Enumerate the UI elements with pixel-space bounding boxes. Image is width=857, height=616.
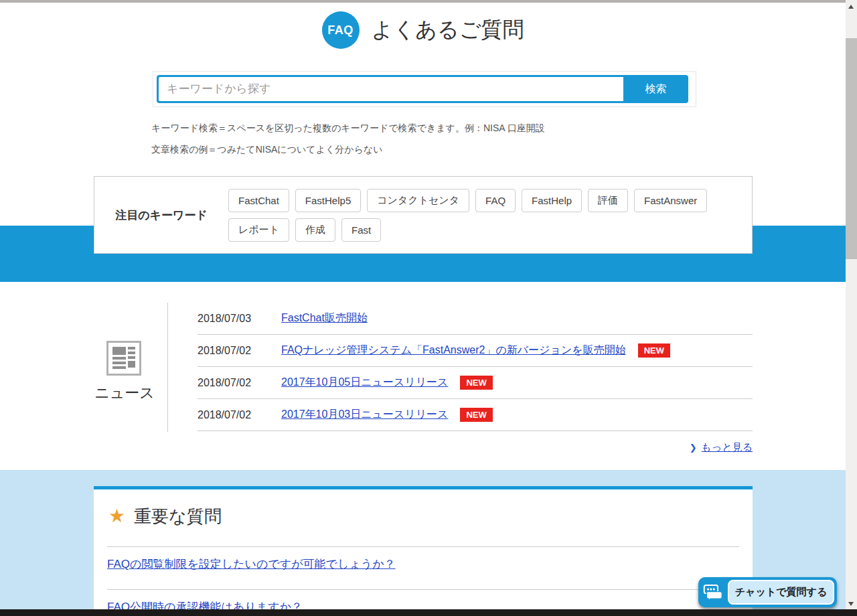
news-divider xyxy=(167,303,168,432)
search-hint-sentence: 文章検索の例＝つみたてNISAについてよく分からない xyxy=(151,144,383,156)
keyword-button-list: FastChat FastHelp5 コンタクトセンタ FAQ FastHelp… xyxy=(228,177,752,253)
search-hint-keyword: キーワード検索＝スペースを区切った複数のキーワードで検索できます。例：NISA … xyxy=(151,123,545,135)
scroll-up-icon[interactable] xyxy=(848,5,854,9)
page-header: FAQ よくあるご質問 xyxy=(0,11,846,49)
faq-badge-icon: FAQ xyxy=(322,11,360,49)
important-questions-header: ★ 重要な質問 xyxy=(108,504,753,529)
newspaper-icon xyxy=(106,341,141,376)
news-more-link[interactable]: ❯ もっと見る xyxy=(686,441,753,454)
news-more-label: もっと見る xyxy=(702,441,753,454)
news-date: 2018/07/03 xyxy=(198,313,281,325)
new-badge: NEW xyxy=(638,343,670,358)
news-row: 2018/07/02 2017年10月05日ニュースリリース NEW xyxy=(198,367,753,399)
keyword-button[interactable]: FastHelp xyxy=(522,189,582,212)
news-link[interactable]: FAQナレッジ管理システム「FastAnswer2」の新バージョンを販売開始 xyxy=(281,343,626,358)
keyword-button[interactable]: 評価 xyxy=(588,189,628,212)
scrollbar-thumb[interactable] xyxy=(846,38,857,259)
search-button[interactable]: 検索 xyxy=(623,75,688,103)
chevron-right-icon: ❯ xyxy=(690,443,697,453)
scroll-down-icon[interactable] xyxy=(848,602,854,606)
news-row: 2018/07/02 FAQナレッジ管理システム「FastAnswer2」の新バ… xyxy=(198,335,753,367)
question-divider xyxy=(107,589,739,590)
search-bar: 検索 xyxy=(157,75,688,103)
scrollbar xyxy=(846,0,857,616)
top-divider xyxy=(0,0,857,3)
bottom-dark-strip xyxy=(0,609,857,616)
search-input[interactable] xyxy=(159,77,623,101)
news-section-label: ニュース xyxy=(94,383,155,403)
star-icon: ★ xyxy=(108,507,125,526)
keyword-button[interactable]: コンタクトセンタ xyxy=(367,189,469,212)
news-link[interactable]: 2017年10月03日ニュースリリース xyxy=(281,408,448,422)
important-questions-card: ★ 重要な質問 FAQの閲覧制限を設定したいのですが可能でしょうか？ FAQ公開… xyxy=(94,486,753,616)
keyword-button[interactable]: Fast xyxy=(341,218,381,242)
keyword-button[interactable]: FastHelp5 xyxy=(295,189,361,212)
featured-keywords-label: 注目のキーワード xyxy=(94,177,228,253)
chat-button[interactable]: チャットで質問する xyxy=(698,577,837,607)
chat-button-label: チャットで質問する xyxy=(728,580,834,605)
page-title: よくあるご質問 xyxy=(372,15,524,45)
important-questions-title: 重要な質問 xyxy=(134,505,222,528)
keyword-button[interactable]: レポート xyxy=(228,218,289,242)
chat-bubbles-icon xyxy=(698,584,728,601)
keyword-button[interactable]: FAQ xyxy=(475,189,516,212)
featured-keywords-card: 注目のキーワード FastChat FastHelp5 コンタクトセンタ FAQ… xyxy=(94,176,753,254)
news-link[interactable]: FastChat販売開始 xyxy=(281,311,368,325)
keyword-button[interactable]: 作成 xyxy=(295,218,335,242)
news-row: 2018/07/03 FastChat販売開始 xyxy=(198,303,753,335)
news-link[interactable]: 2017年10月05日ニュースリリース xyxy=(281,376,448,390)
keyword-button[interactable]: FastChat xyxy=(228,189,289,212)
question-divider xyxy=(107,546,739,547)
news-date: 2018/07/02 xyxy=(198,377,281,389)
keyword-button[interactable]: FastAnswer xyxy=(634,189,707,212)
new-badge: NEW xyxy=(460,376,492,390)
search-panel: 検索 xyxy=(153,71,696,107)
news-date: 2018/07/02 xyxy=(198,409,281,421)
news-row: 2018/07/02 2017年10月03日ニュースリリース NEW xyxy=(198,399,753,431)
faq-page: FAQ よくあるご質問 検索 キーワード検索＝スペースを区切った複数のキーワード… xyxy=(0,0,857,616)
new-badge: NEW xyxy=(460,408,492,422)
important-question-link[interactable]: FAQの閲覧制限を設定したいのですが可能でしょうか？ xyxy=(107,558,396,570)
news-date: 2018/07/02 xyxy=(198,345,281,357)
news-list: 2018/07/03 FastChat販売開始 2018/07/02 FAQナレ… xyxy=(198,303,753,431)
